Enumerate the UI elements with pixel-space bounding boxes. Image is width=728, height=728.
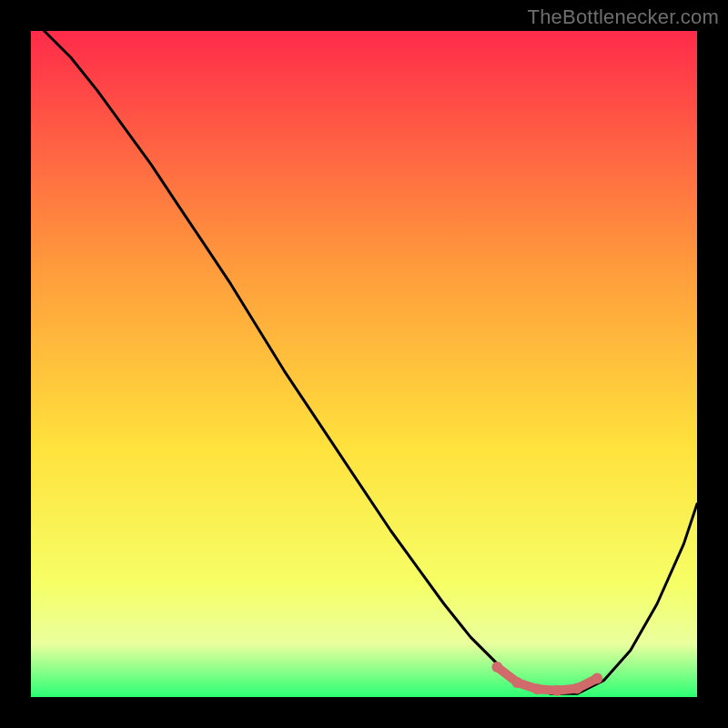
watermark-label: TheBottlenecker.com [528, 5, 719, 29]
highlight-dot [551, 685, 562, 696]
gradient-background [31, 31, 697, 697]
highlight-dot [511, 677, 522, 688]
highlight-dot [531, 683, 542, 694]
chart-frame: TheBottlenecker.com [0, 0, 728, 728]
highlight-dot [491, 662, 502, 672]
plot-area [31, 31, 697, 697]
highlight-dot [592, 673, 602, 684]
highlight-dot [571, 683, 582, 694]
chart-svg [31, 31, 697, 697]
